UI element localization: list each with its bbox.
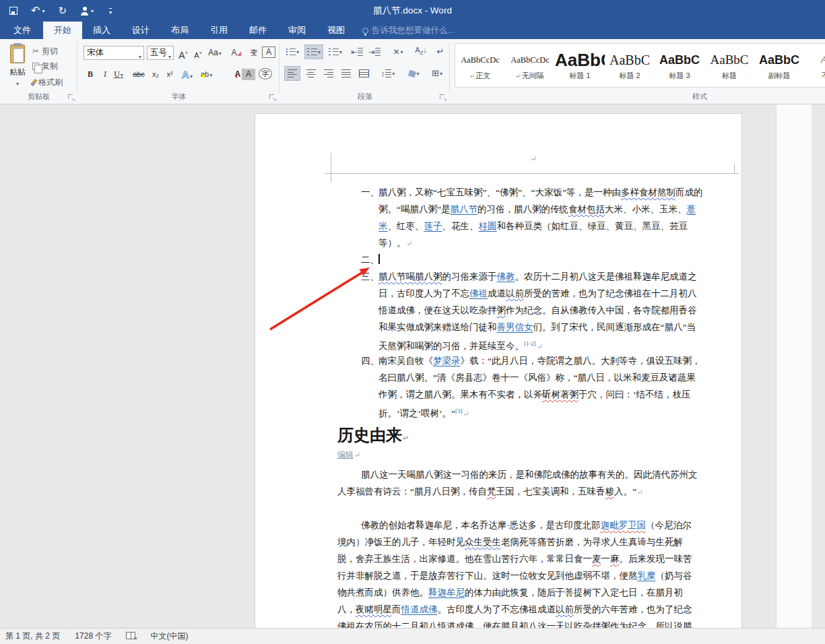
cut-button[interactable]: ✂剪切: [32, 44, 63, 58]
hyperlink[interactable]: 米: [378, 221, 388, 231]
doc-line[interactable]: [255, 500, 741, 517]
vertical-scrollbar[interactable]: [776, 104, 812, 628]
paste-button[interactable]: 粘贴 ▾: [4, 44, 31, 93]
multilevel-list-button[interactable]: ▾: [327, 44, 343, 59]
doc-line[interactable]: 腊八这一天喝腊八粥这一习俗的来历，是和佛陀成佛的故事有关的。因此清代苏州文: [255, 466, 741, 483]
strikethrough-button[interactable]: abc: [132, 67, 145, 82]
doc-line[interactable]: 佛祖在农历的十二月初八悟道成佛，便在腊月初八这一天以吃杂拌粥作为纪念，所以说腊: [255, 618, 741, 628]
show-marks-button[interactable]: ↵: [432, 44, 449, 59]
line-spacing-button[interactable]: ↕▾: [377, 66, 399, 81]
doc-line[interactable]: 三、腊八节喝腊八粥的习俗来源于佛教。农历十二月初八这天是佛祖释迦牟尼成道之: [255, 268, 741, 285]
hyperlink[interactable]: 桂圆: [479, 221, 497, 231]
tab-view[interactable]: 视图: [317, 22, 356, 39]
highlight-button[interactable]: ab▾: [201, 70, 212, 78]
doc-line[interactable]: 佛教的创始者释迦牟尼，本名乔达摩·悉达多，是古印度北部迦毗罗卫国（今尼泊尔: [255, 517, 741, 534]
tab-file[interactable]: 文件: [1, 22, 43, 39]
text-effects-button[interactable]: A▾: [180, 67, 194, 82]
italic-button[interactable]: I: [98, 67, 112, 82]
tab-home[interactable]: 开始: [43, 22, 82, 39]
format-painter-button[interactable]: 格式刷: [32, 75, 63, 89]
superscript-button[interactable]: x²: [163, 67, 176, 82]
style-card-无间隔[interactable]: AaBbCcDc↵无间隔: [505, 44, 555, 87]
doc-line[interactable]: 行并非解脱之道，于是放弃苦行下山。这时一位牧女见到他虚弱不堪，便熬乳糜（奶与谷: [255, 567, 741, 584]
reference-link[interactable]: [1-2]: [524, 340, 536, 347]
underline-button[interactable]: U▾: [112, 67, 125, 82]
sort-button[interactable]: AZ↓: [412, 44, 430, 59]
doc-line[interactable]: 物共煮而成）供养他。释迦牟尼的体力由此恢复，随后于菩提树下入定七日，在腊月初: [255, 584, 741, 601]
doc-line[interactable]: 编辑↵: [255, 446, 741, 464]
tab-design[interactable]: 设计: [121, 22, 160, 39]
font-size-combo[interactable]: 五号▾: [147, 46, 174, 60]
doc-line[interactable]: 粥。“喝腊八粥”是腊八节的习俗，腊八粥的传统食材包括大米、小米、玉米、薏: [255, 201, 741, 218]
tab-review[interactable]: 审阅: [277, 22, 317, 39]
style-card-副标题[interactable]: AaBbC副标题: [754, 44, 804, 87]
bold-button[interactable]: B: [84, 67, 97, 82]
proofing-status[interactable]: [126, 632, 135, 641]
shading-button[interactable]: ▾: [404, 66, 424, 81]
style-card-标题 3[interactable]: AaBbC标题 3: [655, 44, 704, 87]
clipboard-dialog-launcher[interactable]: [68, 94, 75, 101]
font-name-combo[interactable]: 宋体▾: [84, 46, 144, 60]
doc-line[interactable]: 八，夜睹明星而悟道成佛。古印度人为了不忘佛祖成道以前所受的六年苦难，也为了纪念: [255, 601, 741, 618]
document-page[interactable]: ↵ 一、腊八粥，又称“七宝五味粥”、“佛粥”、“大家饭”等，是一种由多样食材熬制…: [255, 113, 742, 628]
align-right-button[interactable]: [321, 66, 337, 81]
section-heading[interactable]: 历史由来↵: [255, 424, 741, 446]
doc-line[interactable]: 二、: [255, 251, 741, 268]
numbering-button[interactable]: ▾: [304, 44, 323, 59]
copy-button[interactable]: 复制: [32, 59, 63, 73]
reference-link[interactable]: [3]: [455, 408, 463, 414]
style-card-标题 2[interactable]: AaBbC标题 2: [605, 44, 655, 87]
font-dialog-launcher[interactable]: [269, 94, 276, 101]
doc-line[interactable]: 和果实做成粥来赠送给门徒和善男信女们。到了宋代，民间逐渐形成在“腊八”当: [255, 319, 741, 335]
tab-mailings[interactable]: 邮件: [238, 22, 277, 39]
borders-button[interactable]: ⊞▾: [427, 66, 447, 81]
asian-layout-button[interactable]: ✕▾: [388, 44, 408, 59]
hyperlink[interactable]: 善男信女: [497, 322, 533, 332]
enclose-characters-button[interactable]: 字: [259, 68, 272, 79]
style-card-标题 1[interactable]: AaBbC标题 1: [555, 44, 605, 87]
doc-line[interactable]: 日，古印度人为了不忘佛祖成道以前所受的苦难，也为了纪念佛祖在十二月初八: [255, 285, 741, 302]
grow-font-button[interactable]: A˄: [176, 46, 190, 60]
hyperlink[interactable]: 薏: [686, 204, 696, 214]
tab-insert[interactable]: 插入: [82, 22, 121, 39]
doc-line[interactable]: 脱，舍弃王族生活，出家修道。他在雪山苦行六年，常常日食一麦一麻。后来发现一味苦: [255, 550, 741, 567]
shrink-font-button[interactable]: A˅: [191, 46, 205, 60]
align-left-button[interactable]: [284, 66, 300, 81]
align-center-button[interactable]: [303, 66, 319, 81]
distribute-button[interactable]: [356, 66, 372, 81]
word-count-status[interactable]: 1728 个字: [75, 631, 111, 642]
style-card-标题[interactable]: AaBbC标题: [704, 44, 754, 87]
hyperlink[interactable]: 乳糜: [638, 571, 656, 581]
bullets-button[interactable]: ▾: [284, 44, 300, 59]
clear-formatting-button[interactable]: A◢: [230, 46, 243, 60]
hyperlink[interactable]: 悟道成佛: [401, 604, 438, 614]
hyperlink[interactable]: 莲子: [424, 221, 442, 231]
change-case-button[interactable]: Aa▾: [208, 46, 222, 60]
doc-line[interactable]: 悟道成佛，便在这天以吃杂拌粥作为纪念。自从佛教传入中国，各寺院都用香谷: [255, 302, 741, 319]
character-border-button[interactable]: A: [262, 46, 275, 58]
doc-line[interactable]: 等）。↵: [255, 234, 741, 251]
tell-me-box[interactable]: 告诉我您想要做什么...: [362, 22, 455, 39]
phonetic-guide-button[interactable]: 变: [247, 46, 261, 60]
doc-line[interactable]: 折。’谓之‘喂树’。”[3]↵: [255, 403, 741, 420]
doc-line[interactable]: 名曰腊八粥。”清《房县志》卷十一《风俗》称，“腊八日，以米和麦豆及诸蔬果: [255, 369, 741, 386]
style-card-正文[interactable]: AaBbCcDc↵正文: [455, 44, 505, 87]
hyperlink[interactable]: 迦毗罗卫国: [601, 520, 647, 530]
paragraph-dialog-launcher[interactable]: [440, 94, 447, 101]
doc-line[interactable]: 四、南宋吴自牧《梦梁录》载：“此月八日，寺院谓之腊八。大刹等寺，俱设五味粥，: [255, 352, 741, 369]
tab-references[interactable]: 引用: [199, 22, 238, 39]
edit-link[interactable]: 编辑: [337, 450, 354, 459]
doc-line[interactable]: 一、腊八粥，又称“七宝五味粥”、“佛粥”、“大家饭”等，是一种由多样食材熬制而成…: [255, 184, 741, 201]
hyperlink[interactable]: 腊八节: [450, 204, 477, 214]
doc-line[interactable]: 天熬粥和喝粥的习俗，并延续至今。[1-2]↵: [255, 335, 741, 352]
character-shading-button[interactable]: A: [242, 69, 255, 80]
page-number-status[interactable]: 第 1 页, 共 2 页: [5, 631, 60, 642]
decrease-indent-button[interactable]: ⇤: [349, 44, 365, 59]
hyperlink[interactable]: 释迦牟尼: [428, 587, 465, 598]
style-card-不明[interactable]: AaB不明: [804, 44, 825, 87]
doc-line[interactable]: 境内）净饭王的儿子，年轻时见众生受生老病死等痛苦折磨，为寻求人生真谛与生死解: [255, 534, 741, 550]
subscript-button[interactable]: x₂: [149, 67, 162, 82]
language-status[interactable]: 中文(中国): [150, 631, 188, 642]
justify-button[interactable]: [338, 66, 354, 81]
doc-line[interactable]: 人李福曾有诗云：“腊月八日粥，传自梵王国，七宝美调和，五味香糁入。”↵: [255, 483, 741, 500]
